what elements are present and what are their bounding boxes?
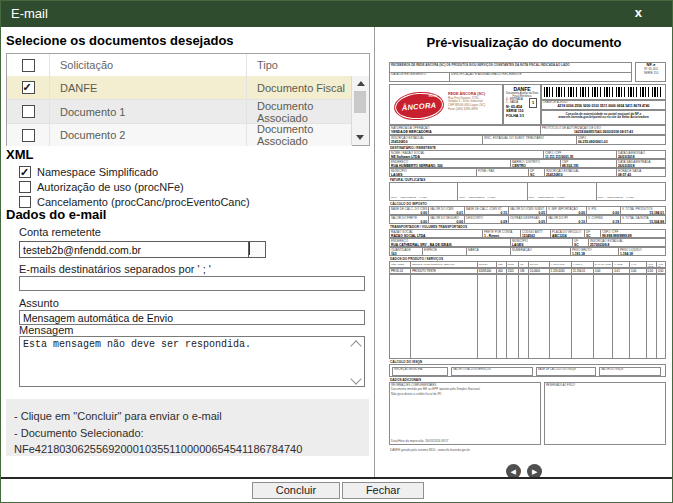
conta-remetente-select[interactable]: testeb2b@nfendd.com.br <box>19 241 266 258</box>
transportador-row-1: RAZÃO SOCIALRAZAO SOCIAL LTDAFRETE POR C… <box>389 229 666 238</box>
row-checkbox[interactable] <box>22 81 35 94</box>
chave-box: CHAVE DE ACESSO 4218 0306 2556 9200 0103… <box>541 100 666 110</box>
issqn-row: INSCRIÇÃO MUNICIPALVALOR TOTAL DOS SERVI… <box>389 364 666 377</box>
concluir-button[interactable]: Concluir <box>252 482 340 499</box>
destinatario-row-2: ENDEREÇORUA HUMBERTO SERRANO, 500BAIRRO … <box>389 159 666 168</box>
barcode-box <box>541 84 666 100</box>
email-data-heading: Dados do e-mail <box>6 207 106 222</box>
email-dialog: E-mail x Selecione os documentos desejad… <box>0 0 673 503</box>
info-box: - Clique em "Concluir" para enviar o e-m… <box>6 399 369 456</box>
left-panel: Selecione os documentos desejados Solici… <box>1 27 375 477</box>
preview-heading: Pré-visualização do documento <box>376 35 672 50</box>
table-row[interactable]: Documento 1 Documento Associado <box>7 100 352 124</box>
mensagem-textarea[interactable]: Esta mensagem não deve ser respondida. <box>19 336 365 387</box>
row-checkbox[interactable] <box>22 105 35 118</box>
row-tipo: Documento Associado <box>247 123 352 147</box>
reservado-fisco-box: RESERVADO AO FISCO <box>544 382 666 445</box>
informacoes-complementares-box: INFORMAÇÕES COMPLEMENTARES Documento emi… <box>389 382 541 445</box>
xml-checkbox[interactable] <box>19 166 31 178</box>
documents-table: Solicitação Tipo DANFE Documento Fiscal … <box>6 53 370 146</box>
transportador-row-3: QUANTIDADE163ESPÉCIEMARCANUMERAÇÃOPESO B… <box>389 247 666 256</box>
chevron-down-icon <box>249 242 250 255</box>
mensagem-label: Mensagem <box>19 324 73 336</box>
imposto-row-2: VALOR DO FRETE0,00VALOR DO SEGURO0,00DES… <box>389 215 666 224</box>
column-header-tipo: Tipo <box>247 59 352 71</box>
xml-option: Autorização de uso (procNFe) <box>19 181 184 193</box>
assunto-label: Assunto <box>19 297 59 309</box>
dialog-title: E-mail <box>11 6 48 21</box>
combo-dropdown-button[interactable] <box>248 242 265 257</box>
row-tipo: Documento Associado <box>247 100 352 124</box>
ancora-logo: ÂNCORA Rede <box>393 90 445 122</box>
title-bar: E-mail x <box>1 1 672 27</box>
scroll-down-icon[interactable] <box>356 135 364 140</box>
footer-bar: Concluir Fechar <box>1 477 672 502</box>
xml-heading: XML <box>6 147 33 162</box>
table-rows: DANFE Documento Fiscal Documento 1 Docum… <box>7 76 352 145</box>
preview-panel: Pré-visualização do documento RECEBEMOS … <box>376 27 672 477</box>
scroll-up-icon[interactable] <box>357 81 365 86</box>
row-solicitacao: Documento 1 <box>50 100 247 123</box>
danfe-title-box: DANFE Documento Auxiliar da Nota Fiscal … <box>503 84 541 125</box>
scroll-thumb[interactable] <box>354 91 366 113</box>
consulta-box: Consulta de autenticidade no portal naci… <box>541 110 666 125</box>
table-header: Solicitação Tipo <box>7 54 352 77</box>
table-row[interactable]: Documento 2 Documento Associado <box>7 124 352 146</box>
xml-option: Namespace Simplificado <box>19 166 158 178</box>
table-scrollbar[interactable] <box>351 76 369 145</box>
xml-option-label: Namespace Simplificado <box>37 166 158 178</box>
emitente-box: ÂNCORA Rede REDE ÂNCORA (SC) Rua Frei Ga… <box>389 84 503 125</box>
doc-footer-text: DANFE gerado pelo sistema NDD - www.nfe.… <box>390 448 470 452</box>
imposto-row-1: BASE DE CÁLC. DO ICMS0,00VALOR DO ICMS0,… <box>389 206 666 215</box>
close-icon[interactable]: x <box>635 5 642 20</box>
transportador-row-2: ENDEREÇORUA CATHEDRAL SRV - BA DE IDEAIS… <box>389 238 666 247</box>
select-all-cell <box>7 54 50 76</box>
produtos-header-row: CÓD. PROD.DESCRIÇÃO DO PRODUTO / SERVIÇO… <box>389 261 666 268</box>
danfe-document-preview: RECEBEMOS DE REDE ÂNCORA (SC) OS PRODUTO… <box>389 60 666 452</box>
destinatarios-label: E-mails destinatários separados por ' ; … <box>19 263 211 275</box>
row-checkbox[interactable] <box>22 129 35 142</box>
assunto-input[interactable] <box>19 310 365 325</box>
destinatarios-input[interactable] <box>19 276 365 291</box>
fatura-row: NÚM.VENCIMENTOVALOR 96776166 06/05/2018 … <box>389 182 666 201</box>
documents-heading: Selecione os documentos desejados <box>6 33 234 48</box>
select-all-checkbox[interactable] <box>22 59 35 72</box>
inscricao-row: INSCRIÇÃO ESTADUAL 254120810 INSC. ESTAD… <box>389 135 666 145</box>
destinatario-row-3: MUNICÍPIOLAGESFONE / FAXUFSCINSCRIÇÃO ES… <box>389 168 666 177</box>
row-solicitacao: Documento 2 <box>50 124 247 146</box>
row-solicitacao: DANFE <box>50 76 247 99</box>
produtos-empty-body <box>389 274 666 359</box>
receipt-strip: RECEBEMOS DE REDE ÂNCORA (SC) OS PRODUTO… <box>389 62 632 82</box>
xml-option-label: Autorização de uso (procNFe) <box>37 181 184 193</box>
fechar-button[interactable]: Fechar <box>342 482 424 499</box>
nfe-mini-box: NF-e Nº 65.454 SÉRIE 110 <box>635 62 666 82</box>
natureza-row: NATUREZA DA OPERAÇÃO VENDA DE MERCADORIA… <box>389 125 666 135</box>
conta-remetente-value: testeb2b@nfendd.com.br <box>23 244 141 256</box>
destinatario-row-1: NOME / RAZÃO SOCIALNE Software LTDACNPJ … <box>389 150 666 159</box>
selected-document-key: NFe4218030625569200010355110000065454118… <box>14 441 365 458</box>
info-line-2: - Documento Selecionado: <box>14 425 365 442</box>
info-line-1: - Clique em "Concluir" para enviar o e-m… <box>14 408 365 425</box>
table-row[interactable]: DANFE Documento Fiscal <box>7 76 352 100</box>
xml-checkbox[interactable] <box>19 181 31 193</box>
row-tipo: Documento Fiscal <box>247 82 352 94</box>
conta-remetente-label: Conta remetente <box>19 226 101 238</box>
barcode <box>544 87 663 97</box>
column-header-solicitacao: Solicitação <box>50 54 247 76</box>
